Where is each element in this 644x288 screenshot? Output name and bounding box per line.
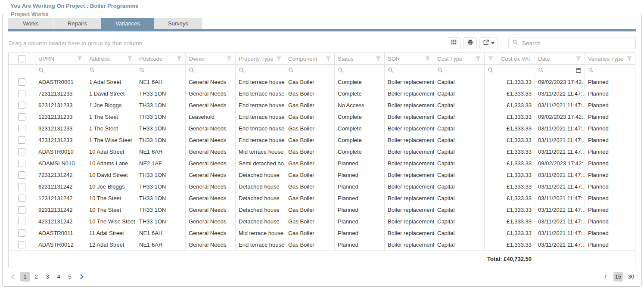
panel-legend: Project Works — [9, 11, 50, 17]
cell-component: Gas Boiler — [285, 204, 335, 216]
cell-date: 09/02/2023 17:42:... — [535, 158, 585, 169]
table-row[interactable]: ADASTR001212 Adal StreetNE1 6AHGeneral N… — [9, 239, 635, 251]
filter-cell-postcode[interactable] — [136, 65, 186, 76]
prev-page-button[interactable] — [8, 272, 19, 282]
table-row[interactable]: 623121312331 Joe BloggsTH33 1ONGeneral N… — [9, 99, 635, 111]
page-size-button-7[interactable]: 7 — [600, 272, 610, 282]
table-row[interactable]: 6231213124210 Joe BloggsTH33 1ONGeneral … — [9, 181, 635, 192]
column-header-address[interactable]: Address — [86, 53, 136, 65]
row-checkbox[interactable] — [18, 125, 25, 132]
row-checkbox[interactable] — [18, 206, 25, 214]
filter-cell-component[interactable] — [285, 65, 335, 76]
row-checkbox[interactable] — [18, 183, 25, 190]
table-row[interactable]: ADASTR001111 Adal StreetNE1 6AHGeneral N… — [9, 227, 635, 239]
filter-cell-sor[interactable] — [385, 65, 434, 76]
cell-select — [9, 216, 35, 227]
filter-funnel-icon[interactable] — [475, 56, 481, 62]
column-header-cost_type[interactable]: Cost Type — [434, 53, 485, 65]
export-button[interactable] — [479, 37, 498, 49]
cell-owner: General Needs — [186, 216, 236, 227]
filter-cell-uprn[interactable] — [35, 65, 86, 76]
select-all-checkbox[interactable] — [18, 55, 25, 62]
row-checkbox[interactable] — [18, 148, 25, 155]
row-checkbox[interactable] — [18, 102, 25, 109]
cell-sor: Boiler replacement — [385, 99, 434, 111]
page-button-2[interactable]: 2 — [31, 272, 41, 282]
column-header-property_type[interactable]: Property Type — [236, 53, 285, 65]
row-checkbox[interactable] — [18, 241, 25, 248]
print-button[interactable] — [463, 37, 477, 49]
table-row[interactable]: ADAMSLN01010 Adams LaneNE2 1AFGeneral Ne… — [9, 158, 635, 169]
page-size-button-30[interactable]: 30 — [626, 272, 636, 282]
column-header-variance_type[interactable]: Variance Type — [585, 53, 635, 65]
filter-cell-status[interactable] — [335, 65, 385, 76]
filter-funnel-icon[interactable] — [488, 56, 494, 62]
row-checkbox[interactable] — [18, 78, 25, 86]
filter-funnel-icon[interactable] — [375, 56, 381, 62]
filter-funnel-icon[interactable] — [626, 56, 632, 62]
column-header-owner[interactable]: Owner — [186, 53, 236, 65]
filter-funnel-icon[interactable] — [325, 56, 331, 62]
table-row[interactable]: 923121312331 The SteetTH33 1ONGeneral Ne… — [9, 123, 635, 134]
column-header-date[interactable]: Date — [535, 53, 585, 65]
cell-owner: General Needs — [186, 192, 236, 204]
grid-summary-row: Total: £40,732.50 — [9, 251, 635, 267]
cell-address: 10 David Street — [86, 169, 136, 181]
table-row[interactable]: 7231213124210 David StreetTH33 1ONGenera… — [9, 169, 635, 181]
table-row[interactable]: 423121312331 The Wise SteetTH33 1ONGener… — [9, 134, 635, 146]
column-header-component[interactable]: Component — [285, 53, 335, 65]
search-icon — [388, 67, 394, 73]
row-checkbox[interactable] — [18, 218, 25, 225]
filter-funnel-icon[interactable] — [127, 56, 133, 62]
cell-sor: Boiler replacement — [385, 169, 434, 181]
table-row[interactable]: 723121312331 David StreetTH33 1ONGeneral… — [9, 88, 635, 99]
table-row[interactable]: 123121312331 The SteetTH33 1ONLeaseholdE… — [9, 111, 635, 123]
row-checkbox[interactable] — [18, 160, 25, 167]
filter-cell-cost_type[interactable] — [434, 65, 485, 76]
page-button-3[interactable]: 3 — [43, 272, 52, 282]
filter-cell-address[interactable] — [86, 65, 136, 76]
table-row[interactable]: ADASTR001010 Adal StreetNE1 6AHGeneral N… — [9, 146, 635, 158]
filter-cell-variance_type[interactable] — [585, 65, 635, 76]
filter-cell-property_type[interactable] — [236, 65, 285, 76]
tab-variances[interactable]: Variances — [101, 18, 154, 29]
row-checkbox[interactable] — [18, 195, 25, 202]
column-header-postcode[interactable]: Postcode — [136, 53, 186, 65]
row-checkbox[interactable] — [18, 229, 25, 237]
tab-works[interactable]: Works — [8, 18, 54, 29]
table-row[interactable]: 1231213124210 The SteetTH33 1ONGeneral N… — [9, 192, 635, 204]
page-button-1[interactable]: 1 — [20, 272, 30, 282]
row-checkbox[interactable] — [18, 113, 25, 121]
page-button-5[interactable]: 5 — [65, 272, 75, 282]
tab-repairs[interactable]: Repairs — [54, 18, 101, 29]
filter-cell-cost_ex_vat[interactable] — [485, 65, 535, 76]
next-page-button[interactable] — [76, 272, 87, 282]
cell-uprn: 42312131242 — [35, 216, 86, 227]
cell-cost_ex_vat: £1,333.33 — [485, 239, 535, 251]
column-header-status[interactable]: Status — [335, 53, 385, 65]
cell-postcode: TH33 1ON — [136, 204, 186, 216]
table-row[interactable]: 4231213124210 The Wise SteetTH33 1ONGene… — [9, 216, 635, 227]
search-input[interactable] — [521, 40, 632, 47]
filter-funnel-icon[interactable] — [226, 56, 232, 62]
filter-funnel-icon[interactable] — [176, 56, 182, 62]
filter-funnel-icon[interactable] — [576, 56, 582, 62]
page-button-4[interactable]: 4 — [54, 272, 63, 282]
column-header-cost_ex_vat[interactable]: Cost ex VAT — [485, 53, 535, 65]
page-size-button-15[interactable]: 15 — [613, 272, 623, 282]
row-checkbox[interactable] — [18, 171, 25, 179]
filter-funnel-icon[interactable] — [276, 56, 282, 62]
filter-funnel-icon[interactable] — [77, 56, 83, 62]
column-header-sor[interactable]: SOR — [385, 53, 434, 65]
column-header-uprn[interactable]: UPRN — [35, 53, 86, 65]
filter-cell-date[interactable] — [535, 65, 585, 76]
row-checkbox[interactable] — [18, 136, 25, 144]
column-chooser-button[interactable] — [447, 37, 460, 49]
filter-funnel-icon[interactable] — [425, 56, 431, 62]
filter-cell-owner[interactable] — [186, 65, 236, 76]
row-checkbox[interactable] — [18, 90, 25, 97]
table-row[interactable]: 9231213124210 The SteetTH33 1ONGeneral N… — [9, 204, 635, 216]
tab-surveys[interactable]: Surveys — [154, 18, 202, 29]
table-row[interactable]: ADASTR00011 Adal StreetNE1 6AHGeneral Ne… — [9, 76, 635, 88]
calendar-icon[interactable] — [576, 67, 582, 73]
